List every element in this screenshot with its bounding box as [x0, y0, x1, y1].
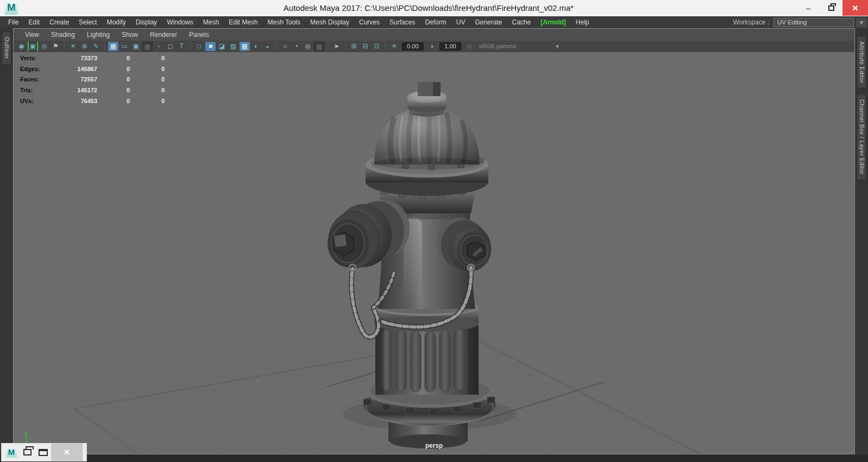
menu-item-display[interactable]: Display: [131, 16, 162, 28]
pan-zoom-icon[interactable]: ⊕: [79, 42, 90, 51]
image-plane-icon[interactable]: ☀: [68, 42, 78, 51]
axis-y-label: y: [24, 430, 28, 436]
panel-menu-lighting[interactable]: Lighting: [81, 29, 116, 41]
menu-item-file[interactable]: File: [3, 16, 23, 28]
depth-of-field-icon[interactable]: ◎: [303, 42, 313, 51]
menu-item-select[interactable]: Select: [74, 16, 102, 28]
restore-window-icon[interactable]: [23, 449, 32, 455]
exposure-icon[interactable]: ✳: [389, 42, 399, 51]
menu-item-arnold[interactable]: [Arnold]: [536, 16, 571, 28]
minimize-button[interactable]: –: [797, 0, 820, 16]
menu-item-generate[interactable]: Generate: [470, 16, 507, 28]
wireframe-on-shaded-icon[interactable]: ◪: [217, 42, 227, 51]
hud-label: Faces:: [20, 74, 56, 85]
panel-menu-view[interactable]: View: [19, 29, 45, 41]
colorspace-caret-icon[interactable]: ▼: [555, 43, 560, 49]
hud-value: 0: [130, 74, 165, 85]
hud-label: Edges:: [20, 64, 56, 75]
viewport-canvas: y: [14, 52, 854, 454]
hud-value: 0: [97, 85, 130, 96]
film-gate-icon[interactable]: ▭: [119, 42, 130, 51]
menu-item-edit[interactable]: Edit: [23, 16, 45, 28]
menu-item-deform[interactable]: Deform: [420, 16, 451, 28]
dock-tab-channel-box-layer-editor[interactable]: Channel Box / Layer Editor: [857, 94, 866, 180]
right-dock: Attribute EditorChannel Box / Layer Edit…: [855, 28, 868, 454]
toolbar-separator: [104, 42, 105, 50]
panel-menu-panels[interactable]: Panels: [183, 29, 215, 41]
panel-menu-show[interactable]: Show: [116, 29, 144, 41]
gamma-icon[interactable]: ◑: [426, 42, 437, 51]
menu-item-modify[interactable]: Modify: [102, 16, 130, 28]
object-selection-icon[interactable]: ➤: [331, 42, 342, 51]
camera-name-label: persp: [14, 442, 854, 450]
menu-item-curves[interactable]: Curves: [354, 16, 385, 28]
menu-item-windows[interactable]: Windows: [162, 16, 198, 28]
hud-value: 0: [130, 85, 165, 96]
multisample-icon[interactable]: ◔: [291, 42, 301, 51]
shadows-icon[interactable]: ◐: [251, 42, 261, 51]
gate-mask-icon[interactable]: ▩: [142, 42, 153, 51]
hud-value: 145172: [56, 85, 97, 96]
workspace-dropdown[interactable]: UV Editing: [773, 18, 854, 27]
field-chart-icon[interactable]: ▫: [154, 42, 164, 51]
occlusion-icon[interactable]: ◒: [262, 42, 273, 51]
panel-menu-shading[interactable]: Shading: [45, 29, 81, 41]
dock-tab-attribute-editor[interactable]: Attribute Editor: [857, 36, 866, 88]
lock-camera-icon[interactable]: ▣: [28, 42, 38, 51]
window-titlebar: M Autodesk Maya 2017: C:\Users\PC\Downlo…: [0, 0, 868, 16]
color-managed-icon[interactable]: ◎: [464, 42, 474, 51]
use-all-lights-icon[interactable]: ▩: [240, 42, 250, 51]
maya-logo-icon: M: [5, 2, 18, 15]
restore-button[interactable]: [820, 0, 842, 16]
motion-blur-icon[interactable]: ○: [280, 42, 290, 51]
textured-icon[interactable]: ▧: [228, 42, 238, 51]
menu-item-uv[interactable]: UV: [451, 16, 470, 28]
menu-item-surfaces[interactable]: Surfaces: [385, 16, 420, 28]
isolate-view-icon[interactable]: ⊡: [372, 42, 382, 51]
menu-item-create[interactable]: Create: [45, 16, 74, 28]
grease-pencil-icon[interactable]: ✎: [91, 42, 101, 51]
toolbar-separator: [385, 42, 386, 50]
menu-item-meshtools[interactable]: Mesh Tools: [263, 16, 305, 28]
camera-attributes-icon[interactable]: ◎: [39, 42, 49, 51]
close-window-button[interactable]: ×: [51, 444, 83, 461]
maya-mini-logo-icon: M: [6, 447, 17, 458]
hud-value: 72557: [56, 74, 97, 85]
hud-value: 0: [97, 64, 130, 75]
hud-value: 0: [130, 96, 165, 107]
menu-item-editmesh[interactable]: Edit Mesh: [224, 16, 262, 28]
gamma-field[interactable]: 1.00: [439, 42, 461, 50]
hud-value: 145867: [56, 64, 97, 75]
panel-menu-renderer[interactable]: Renderer: [144, 29, 183, 41]
smooth-shade-icon[interactable]: ■: [205, 42, 216, 51]
window-title: Autodesk Maya 2017: C:\Users\PC\Download…: [65, 0, 792, 16]
select-camera-icon[interactable]: ◉: [16, 42, 27, 51]
menu-item-cache[interactable]: Cache: [507, 16, 536, 28]
safe-title-icon[interactable]: T: [177, 42, 187, 51]
polycount-hud: Verts:7337300Edges:14586700Faces:7255700…: [20, 53, 165, 107]
hud-label: UVs:: [20, 96, 56, 107]
bottom-strip: [0, 454, 868, 462]
menu-item-mesh[interactable]: Mesh: [198, 16, 224, 28]
viewport-3d[interactable]: y: [14, 52, 854, 454]
menu-item-help[interactable]: Help: [571, 16, 594, 28]
isolate-select-icon[interactable]: ⊞: [349, 42, 359, 51]
grid-toggle-icon[interactable]: ▦: [108, 42, 118, 51]
hud-label: Tris:: [20, 85, 56, 96]
menu-item-meshdisplay[interactable]: Mesh Display: [305, 16, 354, 28]
grid-plane-icon[interactable]: ▦: [314, 42, 324, 51]
workspace-caret-icon[interactable]: ▼: [856, 18, 867, 27]
resolution-gate-icon[interactable]: ▣: [131, 42, 141, 51]
wireframe-icon[interactable]: □: [194, 42, 204, 51]
safe-action-icon[interactable]: ◻: [165, 42, 175, 51]
colorspace-dropdown[interactable]: sRGB gamma: [475, 42, 539, 50]
dock-tab-outliner[interactable]: Outliner: [2, 31, 11, 65]
close-button[interactable]: ×: [842, 0, 868, 16]
hud-value: 0: [97, 74, 130, 85]
toolbar-separator: [64, 42, 65, 50]
bookmark-icon[interactable]: ⚑: [51, 42, 61, 51]
exposure-field[interactable]: 0.00: [402, 42, 424, 50]
hud-value: 73373: [56, 53, 97, 64]
isolate-selected-icon[interactable]: ⊟: [360, 42, 370, 51]
maximize-window-icon[interactable]: [39, 449, 48, 456]
